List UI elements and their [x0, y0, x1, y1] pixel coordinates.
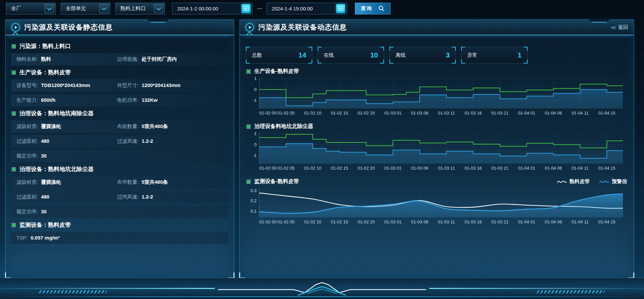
status-card-value: 14	[299, 51, 306, 59]
factory-select[interactable]: 全厂	[6, 3, 56, 14]
start-datetime-input[interactable]: 2024-1-2 00:00:00	[172, 3, 253, 14]
info-pair: 过鸿风速:1.2-2	[117, 194, 226, 200]
chart-1-title: 生产设备-熟料皮带	[254, 68, 299, 75]
green-square-bullet-icon	[247, 180, 251, 184]
svg-text:01-04 11: 01-04 11	[572, 166, 588, 171]
info-row: 过滤面积:480过滤风速:1.2-2	[11, 135, 228, 147]
svg-text:01-03 06: 01-03 06	[411, 219, 428, 224]
status-card-value: 1	[518, 51, 522, 59]
legend-item-material-belt[interactable]: 熟料皮带	[557, 178, 590, 185]
green-square-bullet-icon	[12, 167, 16, 171]
svg-text:01-02 05: 01-02 05	[277, 111, 294, 116]
svg-text:1: 1	[254, 131, 257, 136]
info-row: 过滤面积:480过鸿风速:1.2-2	[11, 191, 228, 203]
info-label: 过鸿风速:	[117, 194, 139, 200]
info-label: 过滤风速:	[117, 138, 139, 144]
header-notch-decoration	[588, 19, 610, 23]
corner-bracket-decoration	[452, 47, 456, 51]
footer-decoration	[0, 278, 644, 299]
info-pair: 过滤面积:480	[16, 194, 117, 200]
info-label: 外型尺寸:	[117, 82, 139, 89]
wave-icon	[599, 180, 609, 184]
chevron-down-glyph	[156, 5, 161, 10]
svg-text:01-02 10: 01-02 10	[304, 166, 321, 171]
unit-select-value: 全部单元	[66, 5, 86, 12]
info-pair: 过滤风速:1.2-2	[117, 138, 226, 144]
corner-bracket-decoration	[318, 59, 322, 63]
status-card-value: 3	[446, 51, 450, 59]
svg-text:01-02 05: 01-02 05	[277, 219, 294, 224]
svg-text:01-03 01: 01-03 01	[384, 166, 401, 171]
chevron-down-icon[interactable]	[45, 4, 54, 13]
info-pair: 生产能力:650t/h	[16, 97, 117, 103]
corner-bracket-decoration	[380, 47, 384, 51]
info-pair: 物料名称:熟料	[16, 56, 117, 62]
back-chevrons-icon: <<	[611, 25, 615, 30]
info-row: 物料名称:熟料治理措施:处于封闭厂房内	[11, 53, 228, 66]
legend-label: 熟料皮带	[570, 178, 590, 185]
chart-1-header: 生产设备-熟料皮带	[247, 68, 627, 75]
section-title: 污染源：熟料上料口	[19, 42, 71, 50]
info-value: 覆膜涤纶	[41, 123, 61, 130]
dynamic-info-title: 污染源及关联设备动态信息	[258, 23, 347, 32]
info-row: 设备型号:TDB1200*204143mm外型尺寸:1200*204143mm	[11, 79, 228, 92]
info-label: 物料名称:	[16, 56, 38, 62]
calendar-icon[interactable]	[241, 4, 251, 13]
footer-hatch-decoration	[536, 290, 605, 293]
chevron-down-icon[interactable]	[154, 4, 163, 13]
svg-text:01-04 06: 01-04 06	[545, 111, 562, 116]
start-datetime-value: 2024-1-2 00:00:00	[177, 6, 218, 11]
static-info-list: 污染源：熟料上料口物料名称:熟料治理措施:处于封闭厂房内生产设备：熟料皮带设备型…	[6, 35, 234, 244]
info-label: 额定功率:	[16, 209, 38, 215]
footer-hatch-decoration	[39, 290, 108, 293]
section-header: 治理设备：熟料地坑南除尘器	[12, 110, 228, 117]
svg-text:01-03 21: 01-03 21	[491, 219, 508, 224]
info-row: 滤袋材质:覆膜涤纶布袋数量:5室共480条	[11, 120, 228, 133]
corner-bracket-decoration	[389, 59, 393, 63]
dynamic-info-panel: 污染源及关联设备动态信息 << 返回 总数14在线10离线3异常1 生产设备-熟…	[239, 19, 634, 278]
svg-text:01-04 15: 01-04 15	[598, 219, 615, 224]
green-square-bullet-icon	[12, 223, 16, 227]
info-value: 30	[41, 153, 47, 159]
end-datetime-value: 2024-1-4 15:00:00	[272, 6, 313, 11]
query-button[interactable]: 查询	[355, 3, 390, 14]
back-button[interactable]: << 返回	[611, 24, 628, 31]
query-button-label: 查询	[361, 5, 372, 12]
section-title: 监测设备：熟料皮带	[19, 221, 71, 229]
info-pair: 电机功率:132Kw	[117, 97, 226, 103]
end-datetime-input[interactable]: 2024-1-4 15:00:00	[267, 3, 347, 14]
footer-line	[429, 288, 644, 289]
info-pair: 设备型号:TDB1200*204143mm	[16, 82, 117, 89]
green-square-bullet-icon	[12, 44, 16, 48]
section-title: 治理设备：熟料地坑北除尘器	[19, 165, 94, 173]
calendar-icon[interactable]	[336, 4, 345, 13]
section-header: 治理设备：熟料地坑北除尘器	[12, 165, 228, 173]
info-pair: 布华数量:5室共480条	[117, 179, 226, 185]
static-info-header: 污染源及关联设备静态信息	[6, 20, 234, 35]
svg-text:01-02 20: 01-02 20	[358, 219, 375, 224]
legend-item-warning-signal[interactable]: 预警信	[599, 178, 627, 185]
info-value: 650t/h	[41, 97, 55, 103]
svg-text:01-03 11: 01-03 11	[438, 219, 455, 224]
corner-bracket-decoration	[452, 59, 456, 63]
svg-text:01-03 16: 01-03 16	[465, 111, 482, 116]
svg-text:0: 0	[254, 87, 257, 92]
info-pair: 滤袋材质:覆膜涤纶	[16, 123, 117, 130]
corner-bracket-decoration	[246, 47, 250, 51]
section-header: 污染源：熟料上料口	[12, 42, 228, 50]
info-value: 480	[41, 138, 49, 144]
corner-bracket-decoration	[308, 59, 312, 63]
svg-text:01-02 00: 01-02 00	[259, 111, 276, 116]
info-value: 1.2-2	[142, 194, 153, 200]
info-value: 30	[41, 209, 47, 214]
info-value: 132Kw	[142, 97, 158, 103]
status-card-value: 10	[370, 51, 378, 59]
footer-baseline	[0, 296, 644, 297]
pollution-source-select[interactable]: 熟料上料口	[115, 3, 165, 14]
info-label: 滤袋材质:	[16, 179, 38, 185]
monitoring-equipment-chart: 0.30.20.101-02 0001-02 0501-02 1001-02 1…	[246, 186, 628, 227]
unit-select[interactable]: 全部单元	[61, 3, 110, 14]
info-label: 过滤面积:	[16, 194, 38, 200]
info-row: TSP:0.057 mg/m³	[11, 232, 228, 244]
chevron-down-icon[interactable]	[99, 4, 108, 13]
